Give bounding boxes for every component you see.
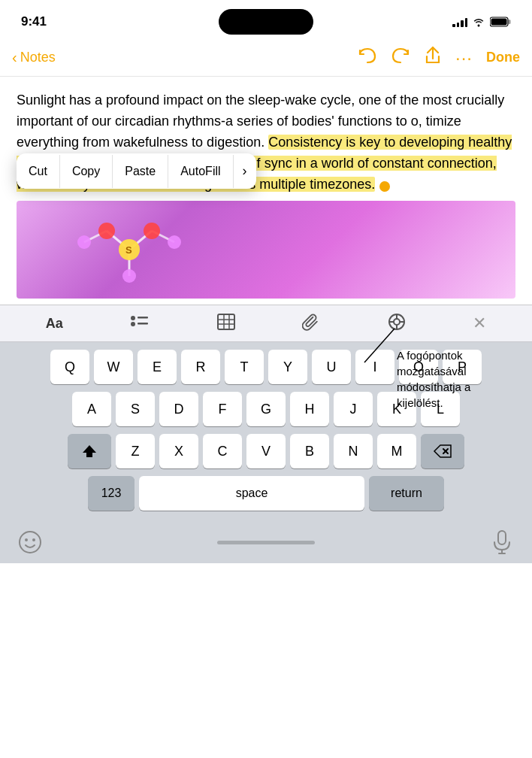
emoji-key[interactable] — [14, 526, 47, 559]
key-g[interactable]: G — [246, 392, 286, 426]
formatting-toolbar: Aa ✕ — [0, 305, 532, 342]
key-s[interactable]: S — [116, 392, 155, 426]
nav-bar: ‹ Notes ··· Done — [0, 39, 532, 77]
key-x[interactable]: X — [159, 434, 198, 468]
context-autofill[interactable]: AutoFill — [168, 155, 233, 188]
note-image: S — [17, 201, 515, 299]
context-menu: Cut Copy Paste AutoFill › — [17, 153, 256, 189]
key-f[interactable]: F — [203, 392, 242, 426]
nav-actions: ··· Done — [358, 46, 520, 70]
key-u[interactable]: U — [312, 350, 351, 384]
wifi-icon — [472, 17, 485, 27]
shift-icon — [81, 444, 98, 459]
keyboard-bottom-bar — [0, 521, 532, 563]
return-key[interactable]: return — [369, 476, 444, 511]
key-b[interactable]: B — [290, 434, 329, 468]
dynamic-island — [219, 9, 313, 35]
svg-rect-1 — [509, 20, 511, 24]
emoji-icon — [18, 530, 42, 554]
font-format-button[interactable]: Aa — [46, 316, 63, 332]
key-v[interactable]: V — [246, 434, 286, 468]
mic-icon — [491, 530, 512, 554]
svg-point-35 — [32, 538, 35, 541]
key-j[interactable]: J — [334, 392, 373, 426]
share-button[interactable] — [424, 46, 442, 70]
more-button[interactable]: ··· — [455, 47, 473, 68]
key-e[interactable]: E — [138, 350, 177, 384]
home-indicator — [217, 541, 315, 544]
svg-point-33 — [20, 532, 41, 553]
table-button[interactable] — [217, 314, 235, 334]
key-y[interactable]: Y — [268, 350, 307, 384]
svg-point-10 — [98, 223, 115, 239]
svg-point-34 — [25, 538, 28, 541]
undo-button[interactable] — [358, 47, 377, 68]
backspace-icon — [433, 444, 452, 459]
key-z[interactable]: Z — [116, 434, 155, 468]
numbers-key[interactable]: 123 — [88, 476, 135, 511]
done-button[interactable]: Done — [486, 50, 520, 65]
key-d[interactable]: D — [159, 392, 198, 426]
svg-rect-19 — [138, 323, 148, 325]
mic-key[interactable] — [485, 526, 518, 559]
back-label: Notes — [20, 50, 56, 65]
svg-point-14 — [168, 235, 181, 249]
svg-point-11 — [144, 223, 160, 239]
svg-rect-20 — [218, 314, 234, 329]
key-q[interactable]: Q — [50, 350, 89, 384]
key-m[interactable]: M — [377, 434, 416, 468]
key-h[interactable]: H — [290, 392, 329, 426]
svg-rect-18 — [138, 317, 148, 319]
redo-button[interactable] — [391, 47, 410, 68]
note-image-container: S — [0, 201, 532, 299]
molecule-svg: S — [17, 201, 242, 299]
svg-point-16 — [131, 316, 135, 320]
context-cut[interactable]: Cut — [17, 155, 60, 188]
svg-point-17 — [131, 322, 135, 326]
battery-icon — [490, 17, 511, 27]
svg-point-13 — [77, 235, 91, 249]
key-r[interactable]: R — [181, 350, 220, 384]
close-toolbar-button[interactable]: ✕ — [473, 314, 486, 333]
key-t[interactable]: T — [225, 350, 264, 384]
signal-bars-icon — [452, 17, 467, 27]
key-c[interactable]: C — [203, 434, 242, 468]
keyboard-row-3: Z X C V B N M — [3, 434, 529, 468]
context-paste[interactable]: Paste — [113, 155, 168, 188]
svg-rect-2 — [491, 19, 507, 26]
key-n[interactable]: N — [334, 434, 373, 468]
status-time: 9:41 — [21, 14, 47, 29]
key-w[interactable]: W — [94, 350, 133, 384]
selection-handle-bottom[interactable] — [379, 181, 390, 192]
context-copy[interactable]: Copy — [60, 155, 113, 188]
svg-line-3 — [364, 329, 394, 362]
keyboard-row-bottom: 123 space return — [3, 476, 529, 511]
note-content[interactable]: Sunlight has a profound impact on the sl… — [0, 77, 532, 195]
svg-text:S: S — [125, 244, 132, 256]
svg-point-26 — [394, 319, 400, 325]
svg-point-12 — [122, 269, 136, 283]
list-format-button[interactable] — [130, 314, 150, 334]
svg-rect-36 — [498, 531, 506, 544]
callout-line-svg — [361, 325, 398, 370]
status-icons — [452, 17, 511, 27]
attachment-button[interactable] — [302, 313, 320, 335]
chevron-left-icon: ‹ — [12, 49, 17, 66]
key-a[interactable]: A — [72, 392, 111, 426]
space-key[interactable]: space — [139, 476, 364, 511]
context-more[interactable]: › — [234, 153, 256, 189]
backspace-key[interactable] — [421, 434, 464, 468]
note-text-of: of — [277, 114, 288, 129]
annotation-container: A fogópontok mozgatásával módosíthatja a… — [391, 347, 517, 411]
back-button[interactable]: ‹ Notes — [12, 49, 358, 66]
annotation-text: A fogópontok mozgatásával módosíthatja a… — [397, 347, 517, 411]
shift-key[interactable] — [68, 434, 111, 468]
